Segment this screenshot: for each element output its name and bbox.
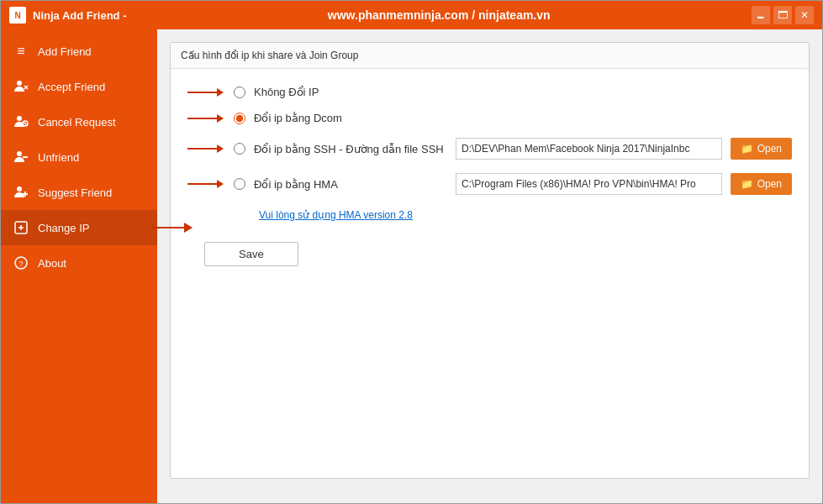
svg-text:?: ?: [18, 260, 23, 268]
svg-line-5: [24, 123, 27, 125]
sidebar-item-change-ip[interactable]: Change IP: [1, 210, 157, 245]
radio-row-ssh: Đổi ip bằng SSH - Đường dẫn file SSH 📁 O…: [187, 138, 792, 160]
sidebar-item-label: Suggest Friend: [38, 186, 112, 199]
sidebar-item-accept-friend[interactable]: Accept Friend: [1, 69, 157, 104]
close-button[interactable]: ✕: [795, 6, 814, 24]
panel-title: Cấu hình đổi ip khi share và Join Group: [171, 43, 809, 69]
maximize-button[interactable]: 🗖: [773, 6, 792, 24]
hma-path-input[interactable]: [456, 173, 722, 195]
main-content: Cấu hình đổi ip khi share và Join Group …: [157, 29, 822, 503]
accept-friend-icon: [13, 79, 29, 94]
content-area: ≡ Add Friend Accept Friend: [1, 29, 822, 503]
window-controls: 🗕 🗖 ✕: [752, 6, 814, 24]
title-bar-left: N Ninja Add Friend -: [9, 7, 126, 24]
radio-ssh[interactable]: [234, 143, 245, 155]
open-btn-label: Open: [757, 143, 782, 155]
about-icon: ?: [13, 255, 29, 270]
folder-icon-hma: 📁: [741, 178, 753, 190]
website-title: www.phanmemninja.com / ninjateam.vn: [126, 8, 752, 22]
app-logo: N: [9, 7, 26, 24]
config-panel: Cấu hình đổi ip khi share và Join Group …: [170, 42, 810, 479]
label-dcom: Đổi ip bằng Dcom: [254, 112, 447, 124]
folder-icon: 📁: [741, 143, 753, 155]
unfriend-icon: [13, 150, 29, 165]
svg-point-3: [17, 116, 22, 121]
sidebar-item-label: About: [38, 257, 66, 270]
sidebar-item-about[interactable]: ? About: [1, 245, 157, 281]
sidebar-item-unfriend[interactable]: Unfriend: [1, 139, 157, 175]
svg-point-6: [17, 151, 22, 156]
hma-version-link[interactable]: Vui lòng sử dụng HMA version 2.8: [259, 209, 413, 221]
radio-row-dcom: Đổi ip bằng Dcom: [187, 112, 792, 124]
radio-dcom[interactable]: [234, 113, 245, 124]
sidebar-item-label: Cancel Request: [38, 116, 116, 129]
cancel-request-icon: [13, 114, 29, 129]
sidebar-item-label: Unfriend: [38, 151, 79, 164]
radio-row-no-change: Không Đổi IP: [187, 86, 792, 98]
sidebar-item-suggest-friend[interactable]: Suggest Friend: [1, 175, 157, 210]
add-friend-icon: ≡: [13, 44, 29, 59]
sidebar-item-label: Change IP: [38, 222, 89, 234]
svg-point-0: [17, 81, 22, 86]
main-window: N Ninja Add Friend - www.phanmemninja.co…: [0, 0, 823, 504]
hma-open-button[interactable]: 📁 Open: [731, 173, 792, 195]
hma-open-btn-label: Open: [757, 178, 782, 190]
svg-point-8: [17, 186, 22, 192]
sidebar-item-label: Accept Friend: [38, 81, 105, 93]
save-row: Save: [204, 242, 792, 266]
save-button[interactable]: Save: [204, 242, 298, 266]
ssh-path-input[interactable]: [456, 138, 722, 160]
sidebar: ≡ Add Friend Accept Friend: [1, 29, 157, 503]
sidebar-item-cancel-request[interactable]: Cancel Request: [1, 104, 157, 139]
radio-row-hma: Đổi ip bằng HMA 📁 Open: [187, 173, 792, 195]
change-ip-icon: [13, 220, 29, 235]
sidebar-item-label: Add Friend: [38, 45, 92, 58]
hma-version-row: Vui lòng sử dụng HMA version 2.8: [187, 208, 792, 221]
label-hma: Đổi ip bằng HMA: [254, 178, 447, 191]
label-no-change: Không Đổi IP: [254, 86, 447, 98]
title-bar: N Ninja Add Friend - www.phanmemninja.co…: [1, 1, 822, 29]
suggest-friend-icon: [13, 185, 29, 200]
minimize-button[interactable]: 🗕: [752, 6, 770, 24]
ip-config-radio-group: Không Đổi IP Đổi ip bằng Dcom: [187, 86, 792, 221]
panel-body: Không Đổi IP Đổi ip bằng Dcom: [171, 69, 809, 283]
ssh-open-button[interactable]: 📁 Open: [731, 138, 792, 160]
radio-no-change[interactable]: [234, 87, 245, 98]
label-ssh: Đổi ip bằng SSH - Đường dẫn file SSH: [254, 143, 447, 155]
app-name: Ninja Add Friend -: [33, 9, 126, 22]
radio-hma[interactable]: [234, 178, 245, 190]
sidebar-item-add-friend[interactable]: ≡ Add Friend: [1, 34, 157, 69]
